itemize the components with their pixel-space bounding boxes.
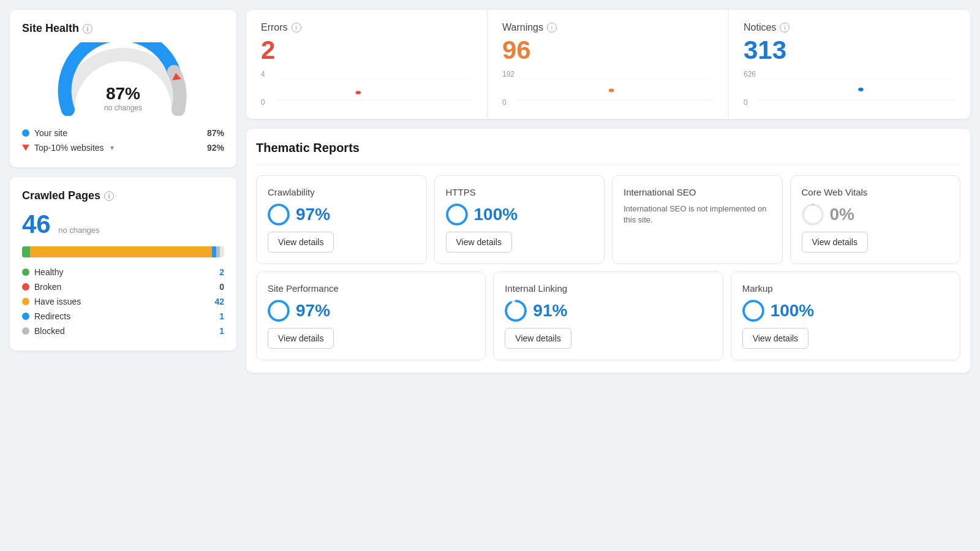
crawled-pages-title: Crawled Pages i (22, 189, 224, 202)
notices-info-icon[interactable]: i (780, 23, 790, 32)
legend-row-top10: Top-10% websites ▾ 92% (22, 140, 224, 155)
site-health-legend: Your site 87% Top-10% websites ▾ 92% (22, 126, 224, 155)
notices-label-text: Notices (744, 22, 776, 33)
errors-value: 2 (261, 36, 472, 65)
https-view-details-button[interactable]: View details (446, 232, 512, 253)
site-health-info-icon[interactable]: i (83, 24, 92, 34)
markup-score-text: 100% (771, 301, 815, 321)
notices-chart-top: 626 (744, 70, 756, 78)
svg-point-14 (803, 205, 823, 224)
svg-point-13 (447, 205, 467, 224)
notices-card: Notices i 313 626 0 (729, 10, 970, 119)
redirects-label: Redirects (34, 311, 70, 321)
svg-point-19 (506, 301, 526, 321)
site-performance-score-text: 97% (296, 301, 330, 321)
errors-info-icon[interactable]: i (292, 23, 301, 32)
warnings-value: 96 (502, 36, 714, 65)
crawled-pages-label: Crawled Pages (22, 189, 100, 202)
site-performance-view-details-button[interactable]: View details (268, 328, 334, 349)
internal-linking-card: Internal Linking 91% View details (493, 272, 723, 360)
crawled-pages-card: Crawled Pages i 46 no changes Healthy (10, 177, 236, 351)
crawlability-view-details-button[interactable]: View details (268, 232, 334, 253)
warnings-info-icon[interactable]: i (547, 23, 557, 32)
legend-row-yoursite: Your site 87% (22, 126, 224, 140)
markup-circle (742, 300, 764, 322)
crawlability-score-text: 97% (296, 205, 330, 224)
international-seo-description: International SEO is not implemented on … (624, 203, 771, 226)
site-health-label: Site Health (22, 22, 79, 35)
progress-blocked (216, 246, 221, 257)
top10-dropdown-icon[interactable]: ▾ (110, 143, 114, 152)
notices-value: 313 (744, 36, 956, 65)
crawlability-card: Crawlability 97% View details (256, 175, 427, 264)
https-score-text: 100% (474, 205, 518, 224)
healthy-dot (22, 268, 29, 276)
errors-card: Errors i 2 4 0 (246, 10, 488, 119)
thematic-reports-title: Thematic Reports (256, 131, 960, 160)
internal-linking-score: 91% (505, 300, 711, 322)
errors-label-text: Errors (261, 22, 288, 33)
progress-issues (30, 246, 212, 257)
warnings-chart-bottom: 0 (502, 98, 507, 107)
crawled-pages-count-row: 46 no changes (22, 210, 224, 239)
issues-label: Have issues (34, 297, 81, 306)
legend-healthy: Healthy 2 (22, 265, 224, 279)
crawled-pages-progress-bar (22, 246, 224, 257)
yoursite-value: 87% (207, 128, 224, 138)
gauge-center: 87% no changes (104, 84, 142, 112)
gauge-percent: 87% (104, 84, 142, 104)
top10-label: Top-10% websites (34, 143, 104, 153)
site-health-card: Site Health i 87% no changes (10, 10, 236, 167)
notices-chart-svg (758, 78, 956, 101)
core-web-vitals-circle (802, 203, 824, 226)
https-title: HTTPS (446, 187, 594, 197)
internal-linking-title: Internal Linking (505, 283, 711, 294)
crawled-pages-no-changes: no changes (58, 226, 99, 235)
crawled-pages-count: 46 (22, 210, 51, 239)
markup-score: 100% (742, 300, 949, 322)
healthy-count: 2 (219, 267, 224, 277)
notices-chart: 626 0 (744, 70, 956, 107)
crawled-pages-info-icon[interactable]: i (104, 191, 114, 201)
healthy-label: Healthy (34, 267, 63, 277)
thematic-row2: Site Performance 97% View details Intern… (256, 272, 960, 360)
progress-healthy (22, 246, 30, 257)
internal-linking-circle (505, 300, 527, 322)
crawled-pages-legend: Healthy 2 Broken 0 Have issues (22, 265, 224, 338)
gauge-container: 87% no changes (22, 42, 224, 116)
errors-label: Errors i (261, 22, 472, 33)
svg-point-6 (609, 89, 614, 93)
internal-linking-view-details-button[interactable]: View details (505, 328, 571, 349)
broken-label: Broken (34, 282, 61, 292)
site-performance-title: Site Performance (268, 283, 474, 294)
yoursite-dot (22, 129, 29, 137)
blocked-label: Blocked (34, 326, 65, 336)
broken-count: 0 (219, 282, 224, 292)
redirects-dot (22, 313, 29, 320)
warnings-card: Warnings i 96 192 0 (488, 10, 729, 119)
internal-linking-score-text: 91% (533, 301, 567, 321)
crawlability-circle (268, 203, 290, 226)
thematic-divider (256, 165, 960, 165)
warnings-chart-svg (517, 78, 714, 101)
core-web-vitals-card: Core Web Vitals 0% View details (790, 175, 961, 264)
errors-chart-top: 4 (261, 70, 265, 78)
redirects-count: 1 (219, 311, 224, 321)
issues-count: 42 (214, 297, 224, 306)
site-performance-score: 97% (268, 300, 474, 322)
errors-chart: 4 0 (261, 70, 472, 107)
blocked-count: 1 (219, 326, 224, 336)
core-web-vitals-view-details-button[interactable]: View details (802, 232, 868, 253)
core-web-vitals-score-text: 0% (830, 205, 854, 224)
markup-title: Markup (742, 283, 949, 294)
https-circle (446, 203, 468, 226)
crawlability-title: Crawlability (268, 187, 415, 197)
svg-point-17 (269, 301, 288, 321)
crawlability-score: 97% (268, 203, 415, 226)
top10-triangle (22, 145, 29, 151)
errors-chart-svg (276, 78, 472, 101)
https-score: 100% (446, 203, 594, 226)
markup-view-details-button[interactable]: View details (742, 328, 809, 349)
progress-redirects (212, 246, 216, 257)
core-web-vitals-title: Core Web Vitals (802, 187, 949, 197)
